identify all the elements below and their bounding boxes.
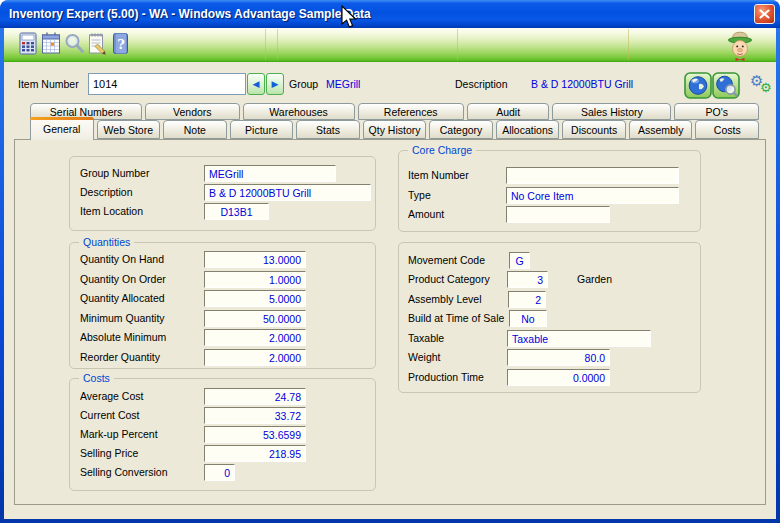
tab-category[interactable]: Category: [429, 120, 493, 139]
costs-groupbox: Costs Average Cost 24.78 Current Cost 33…: [69, 378, 376, 491]
average-cost-label: Average Cost: [80, 388, 143, 405]
previous-item-button[interactable]: ◀: [247, 73, 265, 95]
movement-code-field[interactable]: G: [509, 252, 530, 269]
tab-allocations[interactable]: Allocations: [496, 120, 560, 139]
average-cost-field[interactable]: 24.78: [204, 388, 306, 405]
assembly-level-label: Assembly Level: [408, 291, 482, 308]
svg-text:?: ?: [117, 37, 125, 52]
settings-gears-icon[interactable]: ⚙ ⚙: [750, 74, 776, 100]
calendar-icon: [40, 45, 62, 60]
group-number-field[interactable]: MEGrill: [204, 165, 336, 182]
tab-discounts[interactable]: Discounts: [562, 120, 626, 139]
help-button[interactable]: ?: [108, 31, 132, 59]
tab-strip-top: Serial Numbers Vendors Warehouses Refere…: [30, 103, 759, 120]
core-item-number-field[interactable]: [506, 167, 679, 184]
tab-warehouses[interactable]: Warehouses: [243, 103, 355, 120]
production-time-label: Production Time: [408, 369, 484, 386]
product-category-field[interactable]: 3: [507, 271, 548, 288]
tab-picture[interactable]: Picture: [230, 120, 294, 139]
item-location-field[interactable]: D13B1: [204, 203, 269, 220]
globe-search-icon: [712, 87, 740, 102]
toolbar-separator: [457, 29, 458, 60]
arrow-left-icon: ◀: [253, 80, 260, 89]
quantities-title: Quantities: [79, 235, 134, 249]
selling-conversion-field[interactable]: 0: [204, 464, 235, 481]
core-amount-label: Amount: [408, 206, 444, 223]
weight-label: Weight: [408, 349, 441, 366]
quantity-allocated-label: Quantity Allocated: [80, 290, 165, 307]
toolbar-separator: [265, 29, 266, 60]
calculator-button[interactable]: [16, 31, 40, 59]
quantity-allocated-field[interactable]: 5.0000: [204, 290, 306, 307]
tab-note[interactable]: Note: [163, 120, 227, 139]
tab-general[interactable]: General: [30, 117, 94, 140]
absolute-minimum-label: Absolute Minimum: [80, 329, 166, 346]
item-number-input[interactable]: [88, 73, 246, 95]
tab-pos[interactable]: PO's: [674, 103, 759, 120]
client-area: ? Item Number ◀: [4, 28, 776, 519]
taxable-label: Taxable: [408, 330, 444, 347]
globe-icon: [684, 87, 712, 102]
tab-strip-bottom: General Web Store Note Picture Stats Qty…: [30, 120, 759, 139]
core-charge-title: Core Charge: [408, 143, 476, 157]
close-button[interactable]: [754, 4, 775, 24]
group-number-label: Group Number: [80, 165, 149, 182]
reorder-quantity-field[interactable]: 2.0000: [204, 349, 306, 366]
markup-percent-label: Mark-up Percent: [80, 426, 158, 443]
help-icon: ?: [109, 45, 131, 60]
toolbar-separator: [628, 29, 629, 60]
weight-field[interactable]: 80.0: [507, 349, 610, 366]
core-item-number-label: Item Number: [408, 167, 469, 184]
mascot-icon: [726, 29, 754, 61]
core-type-field[interactable]: No Core Item: [506, 187, 679, 204]
selling-price-field[interactable]: 218.95: [204, 445, 306, 462]
calculator-icon: [17, 45, 39, 60]
notes-button[interactable]: [85, 31, 109, 59]
core-type-label: Type: [408, 187, 431, 204]
tab-web-store[interactable]: Web Store: [97, 120, 161, 139]
quantity-on-hand-field[interactable]: 13.0000: [204, 251, 306, 268]
core-charge-groupbox: Core Charge Item Number Type No Core Ite…: [398, 150, 701, 232]
costs-title: Costs: [79, 371, 114, 385]
app-window: Inventory Expert (5.00) - WA - Windows A…: [0, 0, 780, 523]
web-button[interactable]: [684, 72, 712, 99]
product-category-label: Product Category: [408, 271, 490, 288]
tab-sales-history[interactable]: Sales History: [552, 103, 671, 120]
attributes-groupbox: Movement Code G Product Category 3 Garde…: [398, 242, 701, 393]
tab-audit[interactable]: Audit: [467, 103, 550, 120]
absolute-minimum-field[interactable]: 2.0000: [204, 329, 306, 346]
description-field[interactable]: B & D 12000BTU Grill: [204, 184, 371, 201]
taxable-field[interactable]: Taxable: [507, 330, 651, 347]
titlebar[interactable]: Inventory Expert (5.00) - WA - Windows A…: [0, 0, 780, 28]
quantity-on-hand-label: Quantity On Hand: [80, 251, 164, 268]
tab-stats[interactable]: Stats: [296, 120, 360, 139]
item-info-groupbox: Group Number MEGrill Description B & D 1…: [69, 156, 376, 231]
build-at-time-of-sale-field[interactable]: No: [509, 310, 547, 327]
tab-references[interactable]: References: [358, 103, 464, 120]
current-cost-field[interactable]: 33.72: [204, 407, 306, 424]
window-title: Inventory Expert (5.00) - WA - Windows A…: [9, 7, 371, 21]
markup-percent-field[interactable]: 53.6599: [204, 426, 306, 443]
tab-qty-history[interactable]: Qty History: [363, 120, 427, 139]
item-number-label: Item Number: [18, 76, 79, 93]
next-item-button[interactable]: ▶: [266, 73, 284, 95]
assembly-level-field[interactable]: 2: [508, 291, 546, 308]
search-button[interactable]: [62, 31, 86, 59]
tab-costs[interactable]: Costs: [695, 120, 759, 139]
calendar-button[interactable]: [39, 31, 63, 59]
minimum-quantity-field[interactable]: 50.0000: [204, 310, 306, 327]
quantities-groupbox: Quantities Quantity On Hand 13.0000 Quan…: [69, 242, 376, 369]
selling-price-label: Selling Price: [80, 445, 138, 462]
notes-icon: [86, 45, 108, 60]
core-amount-field[interactable]: [506, 206, 610, 223]
tab-vendors[interactable]: Vendors: [145, 103, 239, 120]
search-icon: [63, 45, 85, 60]
reorder-quantity-label: Reorder Quantity: [80, 349, 160, 366]
current-cost-label: Current Cost: [80, 407, 140, 424]
quantity-on-order-field[interactable]: 1.0000: [204, 271, 306, 288]
web-search-button[interactable]: [712, 72, 740, 99]
production-time-field[interactable]: 0.0000: [507, 369, 610, 386]
tab-assembly[interactable]: Assembly: [629, 120, 693, 139]
general-tab-page: Group Number MEGrill Description B & D 1…: [14, 139, 766, 505]
toolbar: ?: [4, 28, 776, 62]
